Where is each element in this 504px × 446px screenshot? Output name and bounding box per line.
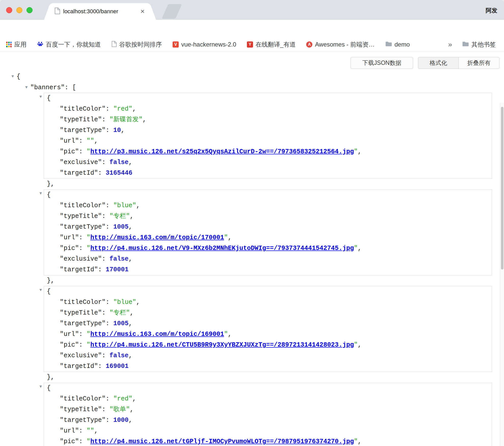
bookmark-vue-hackernews[interactable]: V vue-hackernews-2.0 <box>173 41 236 48</box>
bookmark-apps[interactable]: 应用 <box>6 40 26 49</box>
collapse-all-button[interactable]: 折叠所有 <box>459 57 499 69</box>
json-line: "typeTitle": "歌单", <box>44 404 492 415</box>
root-open-brace: { <box>17 73 20 80</box>
browser-tab[interactable]: localhost:3000/banner × <box>51 3 149 20</box>
json-line: { <box>44 286 492 297</box>
json-url-link[interactable]: http://music.163.com/m/topic/169001 <box>90 331 224 338</box>
page-content: 下载JSON数据 格式化 折叠所有 ▼{ ▼"banners": [ ▼{"ti… <box>0 51 504 446</box>
json-key: "pic": <box>60 148 87 155</box>
collapse-toggle-icon[interactable]: ▼ <box>39 191 45 196</box>
json-key: "titleColor": <box>60 105 113 113</box>
comma: , <box>358 438 361 445</box>
json-key: "exclusive": <box>60 159 109 166</box>
bookmark-label: vue-hackernews-2.0 <box>181 41 236 48</box>
json-line: "targetId": 169001 <box>44 361 492 372</box>
json-value-boolean: false <box>109 352 129 359</box>
json-line: "url": "http://music.163.com/m/topic/169… <box>44 329 492 340</box>
json-line: "pic": "http://p4.music.126.net/tGPljf-I… <box>44 436 492 446</box>
json-url-link[interactable]: http://p4.music.126.net/tGPljf-IMOCyPvum… <box>90 438 354 445</box>
json-url-link[interactable]: http://p3.music.126.net/s25q2x5QyqsAzilC… <box>90 148 354 155</box>
json-value-string: "blue" <box>113 202 136 209</box>
json-value-boolean: false <box>109 255 129 263</box>
comma: , <box>129 417 132 424</box>
json-value-number: 10 <box>113 127 121 134</box>
bookmark-google-sort[interactable]: 谷歌按时间排序 <box>111 40 162 49</box>
json-line: ▼{ <box>0 71 499 82</box>
collapse-toggle-icon[interactable]: ▼ <box>11 71 17 82</box>
traffic-light-minimize-button[interactable] <box>16 7 22 13</box>
json-url-link[interactable]: http://music.163.com/m/topic/170001 <box>90 234 224 241</box>
json-key: "pic": <box>60 245 87 252</box>
close-brace: }, <box>47 277 54 284</box>
tab-title: localhost:3000/banner <box>63 8 139 15</box>
tab-close-icon[interactable]: × <box>139 8 146 15</box>
comma: , <box>130 213 134 220</box>
bookmark-baidu[interactable]: 百度一下，你就知道 <box>37 40 101 49</box>
bookmark-label: Awesomes - 前端资… <box>315 40 374 49</box>
json-object-box: {"titleColor": "red","typeTitle": "歌单","… <box>44 383 492 446</box>
comma: , <box>228 331 232 338</box>
open-brace: { <box>47 288 51 295</box>
quote-mark: " <box>87 234 90 241</box>
json-line: { <box>44 93 492 104</box>
collapse-toggle-icon[interactable]: ▼ <box>25 82 30 93</box>
json-line: "titleColor": "blue", <box>44 200 492 211</box>
profile-name[interactable]: 阿发 <box>486 7 497 14</box>
open-brace: { <box>47 384 51 392</box>
json-key: "url": <box>60 137 87 145</box>
json-key: "pic": <box>60 341 87 349</box>
json-value-string: "blue" <box>113 299 136 306</box>
quote-mark: " <box>354 148 358 155</box>
json-line: "typeTitle": "专栏", <box>44 211 492 222</box>
bookmarks-overflow-chevron[interactable]: » <box>448 40 452 49</box>
traffic-light-zoom-button[interactable] <box>26 7 33 13</box>
json-line: "url": "", <box>44 136 492 146</box>
json-value-string: "" <box>87 427 94 435</box>
open-brace: { <box>47 191 51 199</box>
scrollbar[interactable] <box>500 103 504 446</box>
folder-icon <box>462 41 469 48</box>
json-line: "targetId": 170001 <box>44 264 492 275</box>
comma: , <box>136 299 140 306</box>
banners-array-key: "banners": [ <box>30 84 76 91</box>
json-line: "url": "", <box>44 426 492 436</box>
youdao-icon: Y <box>247 41 253 48</box>
browser-toolbar: localhost:3000/banner ☆ V 英 en FE T <box>0 20 504 38</box>
json-line: "url": "http://music.163.com/m/topic/170… <box>44 232 492 243</box>
other-bookmarks-folder[interactable]: 其他书签 <box>462 40 496 49</box>
comma: , <box>130 309 134 317</box>
bookmark-youdao-translate[interactable]: Y 在线翻译_有道 <box>247 40 296 49</box>
quote-mark: " <box>87 148 90 155</box>
json-line: "targetType": 1005, <box>44 222 492 232</box>
close-brace: }, <box>47 374 54 381</box>
json-array-item: ▼{"titleColor": "blue","typeTitle": "专栏"… <box>0 189 499 286</box>
download-json-button[interactable]: 下载JSON数据 <box>351 57 413 69</box>
quote-mark: " <box>87 438 90 445</box>
collapse-toggle-icon[interactable]: ▼ <box>39 95 45 99</box>
json-line: "targetType": 10, <box>44 125 492 136</box>
collapse-toggle-icon[interactable]: ▼ <box>39 384 45 389</box>
json-value-number: 1005 <box>113 223 129 231</box>
json-url-link[interactable]: http://p4.music.126.net/V9-MXz6b2MNhEKju… <box>90 245 354 252</box>
json-line: "exclusive": false, <box>44 157 492 168</box>
comma: , <box>129 320 132 327</box>
json-value-number: 169001 <box>106 363 129 370</box>
json-object-box: {"titleColor": "blue","typeTitle": "专栏",… <box>44 286 492 372</box>
collapse-toggle-icon[interactable]: ▼ <box>39 288 45 292</box>
comma: , <box>132 105 136 113</box>
json-key: "url": <box>60 234 87 241</box>
bookmark-demo-folder[interactable]: demo <box>385 41 410 48</box>
json-line: }, <box>0 275 499 286</box>
json-key: "typeTitle": <box>60 309 109 317</box>
format-button[interactable]: 格式化 <box>418 57 459 69</box>
comma: , <box>358 341 361 349</box>
new-tab-button[interactable] <box>162 4 182 19</box>
bookmark-awesomes[interactable]: A Awesomes - 前端资… <box>306 40 374 49</box>
comma: , <box>129 255 132 263</box>
quote-mark: " <box>87 245 90 252</box>
scrollbar-thumb[interactable] <box>501 107 503 270</box>
json-array-item: ▼{"titleColor": "blue","typeTitle": "专栏"… <box>0 286 499 383</box>
json-url-link[interactable]: http://p4.music.126.net/CTU5B9R9y3XyYBZX… <box>90 341 354 349</box>
traffic-light-close-button[interactable] <box>6 7 12 13</box>
json-value-string: "专栏" <box>109 309 130 317</box>
